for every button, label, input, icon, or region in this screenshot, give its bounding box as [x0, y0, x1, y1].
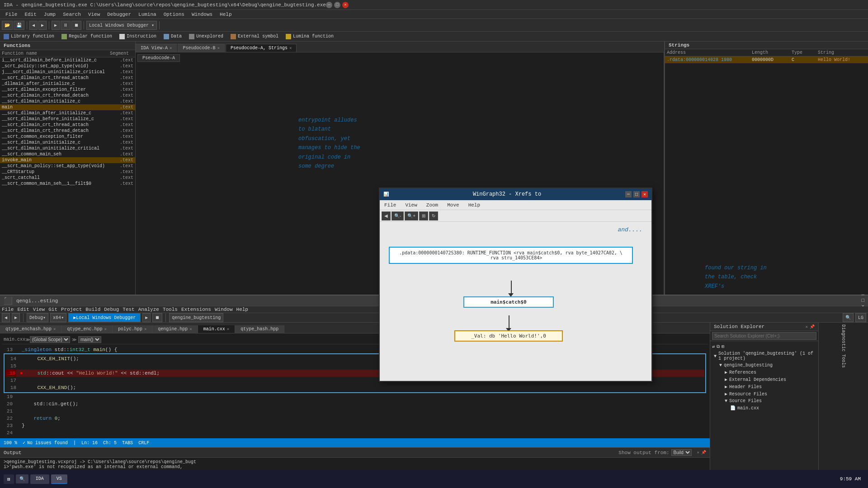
- wg-tb-refresh[interactable]: ↻: [429, 211, 438, 221]
- pseudocode-a-tab[interactable]: Pseudocode-A: [137, 54, 180, 62]
- func-row-10[interactable]: __scrt_dllmain_before_initialize_c .text: [0, 116, 135, 122]
- vs-menu-help[interactable]: Help: [236, 307, 248, 312]
- func-row-4[interactable]: _dllmain_after_initialize_c .text: [0, 81, 135, 87]
- se-toolbar-icon1[interactable]: ⇄: [712, 344, 715, 349]
- func-row-15[interactable]: __scrt_dllmain_uninitialize_critical .te…: [0, 145, 135, 151]
- tab-pseudocode-b[interactable]: Pseudocode-B ✕: [178, 44, 224, 52]
- functions-list[interactable]: i__scrt_dllmain_before_initialize_c .tex…: [0, 57, 135, 295]
- vs-tb-play[interactable]: ▶: [142, 313, 151, 322]
- vs-menu-build[interactable]: Build: [85, 307, 100, 312]
- menu-edit[interactable]: Edit: [21, 11, 40, 18]
- menu-options[interactable]: Options: [160, 11, 188, 18]
- wg-tb-zoom-out[interactable]: 🔍-: [392, 211, 404, 221]
- wg-tb-zoom-in[interactable]: 🔍+: [405, 211, 418, 221]
- string-row-0[interactable]: .rdata:000000014028 1980 0000000D C Hell…: [665, 56, 868, 63]
- vs-tb-lg[interactable]: LG: [855, 313, 866, 322]
- se-toolbar-icon2[interactable]: ⧉: [717, 344, 720, 349]
- vs-tab-polyc[interactable]: polyc.hpp ✕: [113, 325, 152, 333]
- output-pin[interactable]: 📌: [701, 450, 706, 455]
- se-close[interactable]: ✕: [806, 324, 808, 329]
- wg-tb-fit[interactable]: ⊞: [419, 211, 428, 221]
- toolbar-forward[interactable]: ▶: [38, 21, 47, 30]
- vs-menu-analyze[interactable]: Analyze: [138, 307, 159, 312]
- menu-file[interactable]: File: [2, 11, 21, 18]
- vs-menu-debug[interactable]: Debug: [104, 307, 119, 312]
- se-search-input[interactable]: [712, 332, 816, 340]
- vs-tab-hash[interactable]: qtype_hash.hpp: [235, 325, 284, 333]
- func-row-0[interactable]: i__scrt_dllmain_before_initialize_c .tex…: [0, 57, 135, 63]
- vs-tb-stop[interactable]: ⏹: [152, 313, 162, 322]
- se-solution[interactable]: ▼ Solution 'qengine_bugtesting' (1 of 1 …: [710, 350, 818, 362]
- func-row-6[interactable]: __scrt_dllmain_crt_thread_detach .text: [0, 93, 135, 99]
- vs-menu-view[interactable]: View: [33, 307, 45, 312]
- se-pin[interactable]: 📌: [810, 324, 815, 329]
- func-row-21[interactable]: __scrt_common_main_seh__1__filt$0 .text: [0, 181, 135, 187]
- wg-close[interactable]: ✕: [642, 191, 648, 197]
- func-row-14[interactable]: __scrt_dllmain_uninitialize_c .text: [0, 140, 135, 145]
- vs-menu-window[interactable]: Window: [215, 307, 233, 312]
- vs-tab-qengine-close[interactable]: ✕: [189, 327, 192, 332]
- func-row-1[interactable]: _scrt_policy::set_app_type(void) .text: [0, 63, 135, 69]
- vs-tb-back[interactable]: ◀: [2, 313, 10, 322]
- vs-menu-edit[interactable]: Edit: [17, 307, 29, 312]
- func-row-11[interactable]: __scrt_dllmain_crt_thread_attach .text: [0, 122, 135, 128]
- toolbar-save[interactable]: 💾: [14, 21, 24, 30]
- wg-menu-help[interactable]: Help: [466, 202, 483, 209]
- se-project[interactable]: ▼ qengine_bugtesting: [710, 362, 818, 369]
- menu-windows[interactable]: Windows: [188, 11, 216, 18]
- minimize-button[interactable]: ─: [326, 2, 332, 8]
- scope-select[interactable]: (Global Scope): [30, 336, 70, 343]
- vs-tab-enc-close[interactable]: ✕: [104, 327, 106, 332]
- vs-menu-tools[interactable]: Tools: [163, 307, 178, 312]
- se-resource-files[interactable]: ▶ Resource Files: [710, 390, 818, 398]
- func-row-main[interactable]: main .text: [0, 104, 135, 110]
- toolbar-debugger-select[interactable]: Local Windows Debugger ▾: [86, 21, 157, 30]
- taskbar-search[interactable]: 🔍: [16, 474, 28, 483]
- vs-tab-main-close[interactable]: ✕: [227, 327, 229, 332]
- func-row-18[interactable]: __scrt_main_policy::set_app_type(void) .…: [0, 163, 135, 169]
- toolbar-pause[interactable]: ⏸: [61, 21, 71, 30]
- func-row-3[interactable]: __scrt_dllmain_crt_thread_attach .text: [0, 75, 135, 81]
- toolbar-run[interactable]: ▶: [52, 21, 60, 30]
- func-row-19[interactable]: __CRTStartup .text: [0, 169, 135, 175]
- tab-ida-view-a[interactable]: IDA View-A ✕: [136, 44, 177, 52]
- wg-menu-zoom[interactable]: Zoom: [424, 202, 441, 209]
- vs-menu-test[interactable]: Test: [123, 307, 134, 312]
- wg-graph-content[interactable]: and.... .pdata:000000014072S380: RUNTIME…: [380, 222, 651, 381]
- vs-tab-enc[interactable]: qtype_enc.hpp ✕: [61, 325, 112, 333]
- vs-menu-file[interactable]: File: [2, 307, 14, 312]
- toolbar-open[interactable]: 📂: [2, 21, 13, 30]
- wg-menu-file[interactable]: File: [382, 202, 399, 209]
- menu-search[interactable]: Search: [59, 11, 85, 18]
- wg-menu-view[interactable]: View: [402, 202, 420, 209]
- menu-lumina[interactable]: Lumina: [135, 11, 160, 18]
- vs-tab-qengine[interactable]: qengine.hpp ✕: [152, 325, 198, 333]
- func-row-13[interactable]: __scrt_common_exception_filter .text: [0, 134, 135, 140]
- wg-minimize[interactable]: ─: [625, 191, 632, 197]
- se-header-files[interactable]: ▶ Header Files: [710, 383, 818, 390]
- func-row-5[interactable]: __scrt_dllmain_exception_filter .text: [0, 87, 135, 93]
- taskbar-ida[interactable]: IDA: [30, 474, 49, 484]
- vs-tb-forward[interactable]: ▶: [12, 313, 20, 322]
- toolbar-stop[interactable]: ⏹: [71, 21, 81, 30]
- func-row-7[interactable]: __scrt_dllmain_uninitialize_c .text: [0, 99, 135, 104]
- taskbar-vs[interactable]: VS: [51, 474, 67, 484]
- menu-help[interactable]: Help: [216, 11, 235, 18]
- vs-tab-main[interactable]: main.cxx ✕: [198, 325, 235, 333]
- vs-minimize[interactable]: ─: [861, 292, 864, 298]
- toolbar-back[interactable]: ◀: [29, 21, 38, 30]
- se-source-files[interactable]: ▼ Source Files: [710, 398, 818, 404]
- function-select[interactable]: main(): [78, 336, 101, 343]
- start-button[interactable]: ⊞: [4, 474, 14, 484]
- output-source-select[interactable]: Build: [671, 449, 692, 456]
- maximize-button[interactable]: □: [334, 2, 340, 8]
- vs-tb-project[interactable]: qengine_bugtesting: [169, 313, 223, 322]
- func-row-9[interactable]: __scrt_dllmain_after_initialize_c .text: [0, 110, 135, 116]
- wg-tb-back[interactable]: ◀: [382, 211, 391, 221]
- vs-maximize[interactable]: □: [861, 298, 864, 303]
- se-main-cxx[interactable]: 📄 main.cxx: [710, 404, 818, 412]
- se-ext-deps[interactable]: ▶ External Dependencies: [710, 376, 818, 383]
- vs-bp-16[interactable]: ●: [20, 370, 25, 377]
- tab-pseudocode-a-close[interactable]: ✕: [289, 46, 292, 51]
- func-row-invoke[interactable]: invoke_main .text: [0, 157, 135, 163]
